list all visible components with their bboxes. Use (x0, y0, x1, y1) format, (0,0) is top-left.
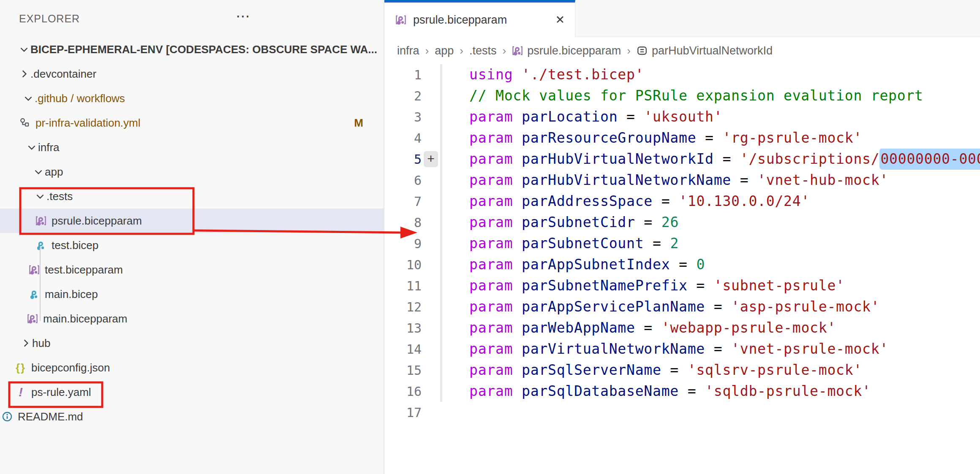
line-number[interactable]: 11 (384, 279, 422, 293)
chevron-down-icon[interactable] (22, 93, 35, 104)
breadcrumb-separator-icon: › (460, 44, 463, 57)
code-token: parSubnetCidr (522, 214, 635, 230)
bicep-icon (34, 240, 48, 251)
code-token: = (670, 256, 696, 273)
gutter-action-area (422, 212, 440, 233)
breadcrumb-item-psrule-bicepparam[interactable]: psrule.bicepparam (512, 44, 621, 57)
line-number[interactable]: 17 (384, 405, 422, 420)
item-label: main.bicep (45, 288, 384, 301)
sidebar-item-ps-rule-yaml[interactable]: !ps-rule.yaml (0, 380, 384, 404)
line-number[interactable]: 12 (384, 300, 422, 314)
sidebar-item-bicep-ephemeral-env-codespaces-obscure-s[interactable]: BICEP-EPHEMERAL-ENV [CODESPACES: OBSCURE… (0, 37, 384, 62)
code-line-8[interactable]: 8param parSubnetCidr = 26 (384, 212, 980, 233)
code-line-16[interactable]: 16param parSqlDatabaseName = 'sqldb-psru… (384, 381, 980, 402)
sidebar-item-bicepconfig-json[interactable]: {}bicepconfig.json (0, 355, 384, 380)
line-number[interactable]: 8 (384, 215, 422, 230)
breadcrumb: infra›app›.tests› psrule.bicepparam› par… (384, 37, 980, 64)
code-line-15[interactable]: 15param parSqlServerName = 'sqlsrv-psrul… (384, 360, 980, 381)
chevron-down-icon[interactable] (32, 166, 45, 177)
breadcrumb-item-parhubvirtualnetworkid[interactable]: parHubVirtualNetworkId (637, 44, 773, 57)
sidebar-item-main-bicep[interactable]: main.bicep (0, 282, 384, 306)
bicepparam-file-icon (395, 14, 406, 25)
item-label: test.bicep (52, 239, 384, 252)
sidebar-item-devcontainer[interactable]: .devcontainer (0, 62, 384, 86)
sidebar-item-main-bicepparam[interactable]: main.bicepparam (0, 306, 384, 331)
code-token: param (469, 362, 522, 378)
code-line-12[interactable]: 12param parAppServicePlanName = 'asp-psr… (384, 296, 980, 317)
code-token: param (469, 320, 522, 336)
sidebar-item-github-workflows[interactable]: .github / workflows (0, 86, 384, 111)
code-line-13[interactable]: 13param parWebAppName = 'webapp-psrule-m… (384, 317, 980, 339)
code-line-3[interactable]: 3param parLocation = 'uksouth' (384, 106, 980, 127)
add-comment-plus-button[interactable]: + (424, 151, 438, 167)
line-number[interactable]: 14 (384, 342, 422, 357)
code-line-6[interactable]: 6param parHubVirtualNetworkName = 'vnet-… (384, 170, 980, 191)
code-line-9[interactable]: 9param parSubnetCount = 2 (384, 233, 980, 254)
vscode-window: EXPLORER ⋯ BICEP-EPHEMERAL-ENV [CODESPAC… (0, 0, 980, 474)
chevron-down-icon[interactable] (25, 142, 38, 153)
code-token: parHubVirtualNetworkId (522, 151, 714, 167)
line-number[interactable]: 10 (384, 257, 422, 272)
sidebar-item-test-bicep[interactable]: test.bicep (0, 233, 384, 257)
code-line-4[interactable]: 4param parResourceGroupName = 'rg-psrule… (384, 127, 980, 149)
line-number[interactable]: 4 (384, 131, 422, 146)
code-line-5[interactable]: 5+param parHubVirtualNetworkId = '/subsc… (384, 149, 980, 170)
code-token: param (469, 214, 522, 230)
sidebar-item-hub[interactable]: hub (0, 331, 384, 355)
line-number[interactable]: 13 (384, 321, 422, 336)
line-number[interactable]: 9 (384, 236, 422, 251)
sidebar-item-tests[interactable]: .tests (0, 184, 384, 209)
code-token: = (679, 383, 705, 399)
sidebar-item-test-bicepparam[interactable]: test.bicepparam (0, 257, 384, 282)
code-line-10[interactable]: 10param parAppSubnetIndex = 0 (384, 254, 980, 275)
chevron-down-icon[interactable] (34, 191, 46, 202)
sidebar-item-pr-infra-validation-yml[interactable]: pr-infra-validation.ymlM (0, 111, 384, 135)
gutter-action-area (422, 170, 440, 191)
more-actions-icon[interactable]: ⋯ (236, 8, 250, 24)
line-number[interactable]: 3 (384, 110, 422, 125)
breadcrumb-item-infra[interactable]: infra (397, 44, 419, 57)
code-line-17[interactable]: 17 (384, 402, 980, 423)
code-token: 'rg-psrule-mock' (722, 130, 862, 146)
code-token: = (653, 193, 679, 209)
sidebar-item-readme-md[interactable]: README.md (0, 404, 384, 429)
code-line-11[interactable]: 11param parSubnetNamePrefix = 'subnet-ps… (384, 275, 980, 296)
code-text: param parLocation = 'uksouth' (440, 106, 980, 127)
breadcrumb-item-app[interactable]: app (435, 44, 454, 57)
symbol-field-icon (637, 45, 648, 56)
gutter-action-area (422, 106, 440, 127)
line-number[interactable]: 5 (384, 152, 422, 167)
code-line-2[interactable]: 2// Mock values for PSRule expansion eva… (384, 85, 980, 106)
sidebar-item-infra[interactable]: infra (0, 135, 384, 160)
code-token: 'uksouth' (644, 108, 722, 125)
line-number[interactable]: 7 (384, 194, 422, 209)
breadcrumb-item--tests[interactable]: .tests (469, 44, 497, 57)
sidebar-item-app[interactable]: app (0, 160, 384, 184)
code-token: 'sqldb-psrule-mock' (705, 383, 871, 399)
code-line-1[interactable]: 1using './test.bicep' (384, 64, 980, 85)
gutter-action-area (422, 127, 440, 149)
close-icon[interactable]: ✕ (555, 13, 565, 27)
line-number[interactable]: 2 (384, 89, 422, 103)
line-number[interactable]: 1 (384, 68, 422, 82)
code-token: 'vnet-hub-mock' (757, 172, 888, 188)
line-number[interactable]: 16 (384, 384, 422, 399)
gutter-action-area (422, 275, 440, 296)
tab-psrule-bicepparam[interactable]: psrule.bicepparam ✕ (384, 0, 575, 37)
code-line-7[interactable]: 7param parAddressSpace = '10.130.0.0/24' (384, 191, 980, 212)
tab-label: psrule.bicepparam (413, 14, 548, 27)
code-token: param (469, 383, 522, 399)
item-label: hub (32, 337, 384, 350)
chevron-right-icon[interactable] (18, 68, 30, 79)
code-token: = (635, 214, 662, 230)
code-text: param parSubnetNamePrefix = 'subnet-psru… (440, 275, 980, 296)
code-line-14[interactable]: 14param parVirtualNetworkName = 'vnet-ps… (384, 339, 980, 360)
chevron-down-icon[interactable] (18, 44, 30, 55)
line-number[interactable]: 15 (384, 363, 422, 378)
code-editor[interactable]: 1using './test.bicep'2// Mock values for… (384, 64, 980, 474)
breadcrumb-separator-icon: › (502, 44, 506, 57)
bicep-icon (27, 289, 41, 300)
sidebar-item-psrule-bicepparam[interactable]: psrule.bicepparam (0, 209, 384, 233)
chevron-right-icon[interactable] (19, 338, 32, 349)
line-number[interactable]: 6 (384, 173, 422, 188)
